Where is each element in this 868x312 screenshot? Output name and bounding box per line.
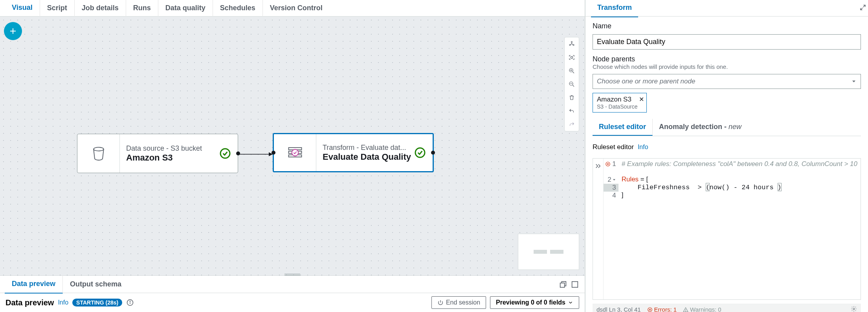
node-parents-label: Node parents [593,55,861,63]
tab-ruleset-editor[interactable]: Ruleset editor [593,119,653,136]
node-data-source-s3[interactable]: Data source - S3 bucket Amazon S3 [77,134,238,173]
svg-point-15 [292,150,298,156]
svg-point-28 [853,308,855,310]
data-quality-icon [274,134,316,171]
chevron-down-icon [851,79,857,84]
remove-parent-icon[interactable]: ✕ [639,96,644,103]
zoom-out-icon[interactable] [565,78,579,91]
undo-icon[interactable] [565,104,579,118]
visual-canvas[interactable]: Data source - S3 bucket Amazon S3 [0,17,585,275]
tab-anomaly-detection[interactable]: Anomaly detection - new [653,119,748,136]
canvas-toolbar [564,37,579,131]
collapse-editor-icon[interactable] [593,159,604,299]
code-body[interactable]: # Example rules: Completeness "colA" bet… [618,159,861,299]
tab-script[interactable]: Script [40,0,75,17]
output-port[interactable] [431,151,435,155]
session-status-badge: STARTING (28s) [72,299,122,306]
svg-rect-18 [572,281,578,287]
node-type-label: Data source - S3 bucket [126,144,219,153]
node-evaluate-data-quality[interactable]: Transform - Evaluate dat... Evaluate Dat… [273,133,434,172]
input-port[interactable] [272,151,275,155]
node-name-input[interactable] [593,34,861,50]
bucket-icon [77,134,120,173]
ruleset-editor-title: Ruleset editor [593,143,634,151]
node-title: Evaluate Data Quality [323,152,414,162]
code-gutter: 1 2 3 4 [604,159,618,299]
zoom-in-icon[interactable] [565,64,579,78]
delete-icon[interactable] [565,91,579,104]
fit-screen-icon[interactable] [565,51,579,64]
info-link[interactable]: Info [638,144,648,151]
svg-point-9 [220,149,230,158]
svg-point-8 [94,147,104,151]
success-icon [414,146,426,159]
tab-schedules[interactable]: Schedules [213,0,263,17]
editor-status-bar: dsdl Ln 3, Col 41 Errors: 1 Warnings: 0 [593,304,861,312]
output-port[interactable] [236,151,240,155]
connection-arrow [238,150,273,158]
bottom-panel: Data preview Output schema Data preview … [0,275,585,312]
cursor-position: dsdl Ln 3, Col 41 [596,306,641,312]
tab-output-schema[interactable]: Output schema [63,275,128,293]
pane-splitter[interactable] [0,156,1,172]
expand-icon[interactable] [859,4,868,13]
node-type-label: Transform - Evaluate dat... [323,144,414,152]
svg-marker-22 [852,81,855,83]
data-preview-title: Data preview [6,298,54,307]
warning-count[interactable]: Warnings: 0 [683,306,721,312]
svg-point-16 [415,148,425,157]
svg-point-2 [571,41,573,42]
node-title: Amazon S3 [126,153,219,163]
tab-visual[interactable]: Visual [5,0,40,17]
end-session-button[interactable]: End session [431,296,486,309]
tab-data-preview[interactable]: Data preview [5,275,63,294]
success-icon [219,147,231,160]
redo-icon[interactable] [565,118,579,131]
svg-point-21 [130,301,130,301]
svg-rect-5 [571,57,573,59]
tab-runs[interactable]: Runs [126,0,158,17]
tab-transform[interactable]: Transform [591,0,638,17]
svg-marker-24 [613,179,615,180]
parent-node-select[interactable]: Choose one or more parent node [593,74,861,89]
parent-token-amazon-s3: Amazon S3 S3 - DataSource ✕ [593,93,647,113]
resize-handle[interactable] [284,273,300,275]
add-node-button[interactable] [4,22,22,40]
ruleset-code-editor[interactable]: 1 2 3 4 # Example rules: Completeness "c… [593,158,861,300]
node-parents-hint: Choose which nodes will provide inputs f… [593,63,861,70]
preview-field-count[interactable]: Previewing 0 of 0 fields [490,296,579,309]
error-count[interactable]: Errors: 1 [647,306,677,312]
info-icon[interactable] [126,299,134,306]
maximize-icon[interactable] [571,280,579,289]
layout-icon[interactable] [565,37,579,51]
minimap[interactable] [518,234,579,270]
svg-rect-17 [560,283,565,287]
restore-window-icon[interactable] [559,280,567,289]
name-label: Name [593,22,861,30]
info-link[interactable]: Info [58,299,68,306]
tab-data-quality[interactable]: Data quality [158,0,213,17]
tab-version-control[interactable]: Version Control [263,0,330,17]
tab-job-details[interactable]: Job details [75,0,126,17]
settings-icon[interactable] [851,306,857,312]
svg-point-27 [686,311,686,311]
top-tabs: Visual Script Job details Runs Data qual… [0,0,585,17]
